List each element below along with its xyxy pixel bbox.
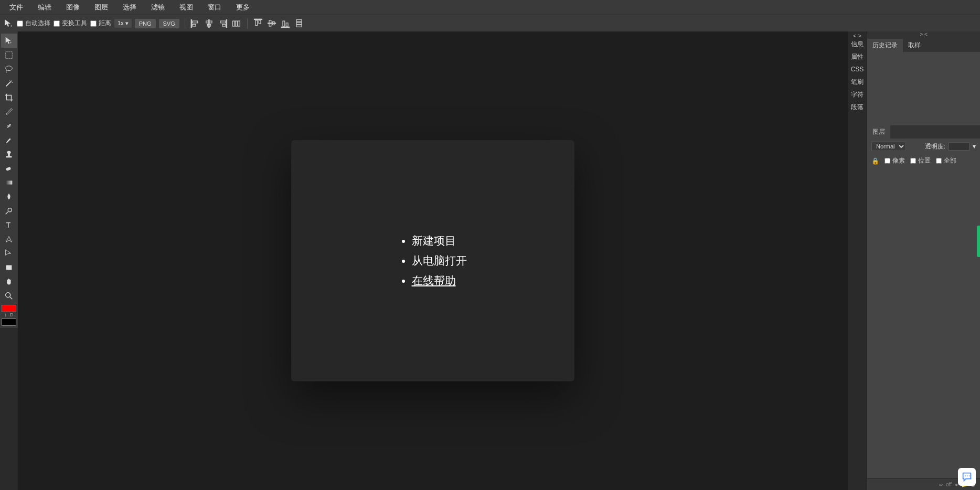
tab-paragraph[interactable]: 段落 [848, 101, 867, 113]
pen-tool[interactable] [1, 232, 17, 246]
marquee-tool[interactable] [1, 48, 17, 62]
align-center-h-icon[interactable] [204, 18, 215, 29]
svg-point-46 [969, 475, 970, 476]
align-left-icon[interactable] [190, 18, 201, 29]
side-drawer-handle[interactable] [977, 226, 980, 257]
svg-point-30 [9, 79, 10, 80]
distance-checkbox[interactable]: 距离 [90, 19, 111, 28]
menu-more[interactable]: 更多 [229, 0, 257, 15]
start-new-project[interactable]: 新建项目 [412, 233, 467, 248]
menu-layer[interactable]: 图层 [87, 0, 115, 15]
distance-label: 距离 [99, 19, 111, 28]
align-middle-v-icon[interactable] [267, 18, 277, 29]
menu-image[interactable]: 图像 [59, 0, 87, 15]
opacity-field[interactable] [949, 142, 970, 151]
layer-effects-icon[interactable]: off [946, 482, 952, 487]
align-bottom-icon[interactable] [280, 18, 291, 29]
move-tool-icon: + [3, 18, 14, 29]
tab-brush[interactable]: 笔刷 [848, 76, 867, 88]
tab-sample[interactable]: 取样 [903, 39, 926, 52]
swatch-labels: ↕D [5, 312, 14, 317]
svg-point-45 [967, 475, 968, 476]
export-svg-button[interactable]: SVG [159, 19, 179, 28]
svg-point-43 [6, 292, 10, 297]
start-online-help[interactable]: 在线帮助 [412, 273, 467, 288]
svg-rect-35 [6, 156, 12, 157]
svg-point-44 [965, 475, 966, 476]
tab-layers[interactable]: 图层 [867, 125, 890, 139]
menu-filter[interactable]: 滤镜 [144, 0, 172, 15]
tool-sidebar: + T ↕D [0, 31, 18, 328]
svg-rect-14 [255, 20, 258, 25]
auto-select-checkbox[interactable]: 自动选择 [17, 19, 50, 28]
background-color-swatch[interactable] [2, 318, 16, 326]
menu-select[interactable]: 选择 [115, 0, 144, 15]
link-layers-icon[interactable]: ∞ [939, 482, 943, 487]
heal-tool[interactable] [1, 119, 17, 133]
crop-tool[interactable] [1, 90, 17, 104]
eyedropper-tool[interactable] [1, 104, 17, 119]
lock-pixels-checkbox[interactable]: 像素 [885, 156, 905, 165]
foreground-color-swatch[interactable] [2, 305, 16, 312]
menu-window[interactable]: 窗口 [200, 0, 229, 15]
svg-rect-7 [226, 19, 227, 27]
brush-tool[interactable] [1, 133, 17, 147]
transform-tool-checkbox[interactable]: 变换工具 [54, 19, 87, 28]
svg-rect-15 [259, 20, 261, 23]
start-open-from-computer[interactable]: 从电脑打开 [412, 253, 467, 268]
tab-character[interactable]: 字符 [848, 88, 867, 101]
canvas-area: 新建项目 从电脑打开 在线帮助 [18, 31, 848, 490]
layers-panel-tabs: 图层 [867, 125, 980, 139]
tab-css[interactable]: CSS [848, 63, 867, 76]
chat-bubble-icon[interactable] [958, 468, 976, 486]
history-panel-body [867, 52, 980, 125]
move-tool[interactable]: + [1, 34, 17, 48]
svg-rect-8 [220, 21, 226, 23]
svg-text:+: + [10, 41, 12, 45]
separator [185, 18, 185, 29]
menu-view[interactable]: 视图 [172, 0, 200, 15]
svg-point-40 [8, 208, 12, 211]
right-collapse-toggle[interactable]: < > [848, 31, 867, 40]
svg-rect-2 [193, 21, 198, 23]
panel-collapse-toggle[interactable]: > < [867, 31, 980, 39]
menu-bar: 文件 编辑 图像 图层 选择 滤镜 视图 窗口 更多 [0, 0, 980, 15]
magic-wand-tool[interactable] [1, 76, 17, 90]
zoom-select[interactable]: 1x ▾ [114, 19, 132, 28]
svg-rect-38 [6, 166, 11, 171]
lock-all-checkbox[interactable]: 全部 [936, 156, 956, 165]
separator [247, 18, 248, 29]
opacity-dropdown-icon[interactable]: ▾ [973, 143, 976, 150]
lock-position-checkbox[interactable]: 位置 [910, 156, 931, 165]
eraser-tool[interactable] [1, 161, 17, 175]
layer-lock-row: 🔒 像素 位置 全部 [867, 154, 980, 167]
menu-edit[interactable]: 编辑 [30, 0, 59, 15]
lasso-tool[interactable] [1, 62, 17, 76]
svg-rect-9 [222, 24, 226, 26]
export-png-button[interactable]: PNG [135, 19, 156, 28]
svg-rect-13 [254, 19, 262, 19]
svg-rect-20 [283, 21, 285, 26]
hand-tool[interactable] [1, 274, 17, 289]
options-bar: + 自动选择 变换工具 距离 1x ▾ PNG SVG [0, 15, 980, 31]
path-select-tool[interactable] [1, 246, 17, 260]
align-top-icon[interactable] [253, 18, 263, 29]
align-right-icon[interactable] [218, 18, 228, 29]
type-tool[interactable]: T [1, 218, 17, 232]
distribute-v-icon[interactable] [294, 18, 304, 29]
blur-tool[interactable] [1, 189, 17, 204]
svg-rect-22 [296, 19, 302, 22]
menu-file[interactable]: 文件 [2, 0, 30, 15]
stamp-tool[interactable] [1, 147, 17, 161]
right-collapsed-tabs: < > 信息 属性 CSS 笔刷 字符 段落 [848, 38, 867, 113]
svg-rect-12 [238, 21, 240, 26]
blend-mode-select[interactable]: Normal [871, 142, 906, 151]
svg-rect-23 [296, 22, 302, 24]
dodge-tool[interactable] [1, 204, 17, 218]
zoom-tool[interactable] [1, 289, 17, 303]
gradient-tool[interactable] [1, 175, 17, 189]
distribute-h-icon[interactable] [231, 18, 242, 29]
shape-tool[interactable] [1, 260, 17, 274]
tab-history[interactable]: 历史记录 [867, 39, 903, 52]
tab-properties[interactable]: 属性 [848, 50, 867, 63]
